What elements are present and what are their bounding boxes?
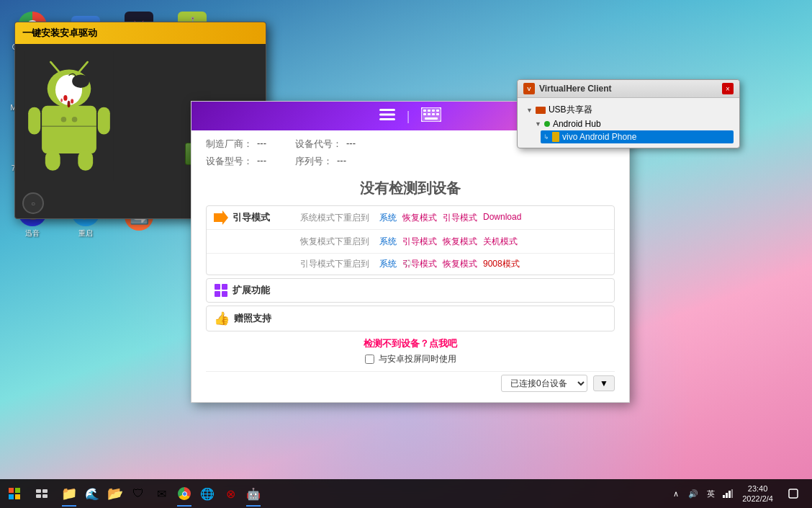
red-app-taskbar-icon: ⊗ — [223, 486, 238, 501]
taskbar-app-android[interactable]: 🤖 — [242, 479, 265, 508]
support-section: 👍 赠照支持 — [206, 306, 615, 331]
svg-rect-8 — [98, 107, 110, 135]
boot-mode-text: 引导模式 — [233, 211, 270, 224]
taskbar-app-mail[interactable]: ✉ — [150, 479, 173, 508]
device-select-dropdown[interactable]: 已连接0台设备 — [501, 375, 587, 392]
phone-arrow-icon: ↳ — [543, 133, 549, 141]
svg-rect-7 — [28, 107, 40, 135]
notification-button[interactable] — [780, 481, 806, 507]
device-code-value: --- — [346, 138, 356, 151]
svg-rect-28 — [423, 113, 426, 115]
start-button[interactable] — [0, 479, 29, 508]
taskbar-app-network[interactable]: 🌐 — [196, 479, 219, 508]
task-view-icon — [36, 489, 48, 498]
svg-rect-45 — [789, 489, 798, 498]
svg-rect-39 — [36, 494, 41, 498]
system-reboot-title: 系统模式下重启到 — [300, 212, 379, 224]
tray-expand-icon[interactable]: ∧ — [669, 486, 683, 501]
svg-rect-29 — [428, 113, 430, 115]
network-signal-icon — [723, 489, 733, 498]
hamburger-menu-icon[interactable] — [379, 109, 395, 124]
svg-point-19 — [68, 101, 71, 107]
ext-functions-section: 扩展功能 — [206, 278, 615, 303]
keyboard-icon[interactable] — [421, 107, 441, 125]
svg-rect-26 — [432, 110, 435, 112]
svg-rect-24 — [423, 110, 426, 112]
header-divider: | — [407, 109, 410, 124]
svg-rect-27 — [436, 110, 439, 112]
language-indicator[interactable]: 英 — [703, 486, 718, 501]
svg-rect-40 — [42, 494, 48, 498]
boot-mode-section: 引导模式 系统模式下重启到 系统 恢复模式 引导模式 Download 引导模式… — [206, 205, 615, 275]
hub-dot-icon — [544, 121, 550, 127]
taskbar-clock[interactable]: 23:40 2022/2/4 — [738, 482, 777, 506]
mail-taskbar-icon: ✉ — [154, 486, 168, 501]
boot-mode-label: 引导模式 — [214, 210, 300, 225]
svg-point-18 — [60, 99, 63, 102]
recovery-reboot-title: 恢复模式下重启到 — [300, 236, 379, 248]
system-link-system[interactable]: 系统 — [379, 212, 397, 224]
vh-tree-vivo-phone[interactable]: ↳ vivo Android Phone — [541, 130, 734, 143]
vh-logo-icon: V — [523, 83, 535, 94]
boot-row3-links: 系统 引导模式 恢复模式 9008模式 — [379, 258, 607, 270]
system-link-recovery[interactable]: 恢复模式 — [402, 212, 437, 224]
radio-icon: ○ — [22, 192, 44, 214]
recovery-link-recovery[interactable]: 恢复模式 — [443, 236, 477, 248]
system-link-boot[interactable]: 引导模式 — [443, 212, 477, 224]
serial-value: --- — [337, 155, 346, 168]
device-refresh-button[interactable]: ▼ — [593, 375, 615, 391]
taskbar-app-red[interactable]: ⊗ — [219, 479, 242, 508]
taskbar-app-files[interactable]: 📂 — [104, 479, 127, 508]
vh-tree-usb-shared[interactable]: ▼ USB共享器 — [523, 102, 734, 117]
support-label: 👍 赠照支持 — [214, 311, 300, 326]
svg-rect-38 — [42, 489, 48, 493]
ext-row: 扩展功能 — [207, 279, 614, 302]
boot-reboot-title: 引导模式下重启到 — [300, 258, 379, 270]
vh-body: ▼ USB共享器 ▼ Android Hub ↳ vivo Android Ph… — [518, 98, 739, 148]
device-model-label: 设备型号： — [206, 155, 253, 168]
taskbar-app-edge[interactable]: 🌊 — [81, 479, 104, 508]
explorer-taskbar-icon: 📁 — [62, 486, 76, 501]
svg-rect-37 — [36, 489, 41, 493]
device-select-row: 已连接0台设备 ▼ — [206, 371, 615, 395]
recovery-link-system[interactable]: 系统 — [379, 236, 397, 248]
phone-device-icon — [552, 132, 559, 142]
recovery-link-shutdown[interactable]: 关机模式 — [483, 236, 518, 248]
boot-link-system[interactable]: 系统 — [379, 258, 397, 270]
files-taskbar-icon: 📂 — [108, 486, 122, 501]
svg-rect-33 — [9, 488, 14, 493]
checkbox-label: 与安卓投屏同时使用 — [379, 353, 456, 365]
explorer-underline — [62, 505, 76, 507]
boot-link-recovery[interactable]: 恢复模式 — [443, 258, 477, 270]
airplay-checkbox[interactable] — [365, 355, 374, 364]
taskbar-app-chrome[interactable] — [173, 479, 196, 508]
main-app-content: 制造厂商： --- 设备代号： --- 设备型号： --- 序列号： --- 没… — [191, 130, 629, 402]
vh-close-button[interactable]: × — [722, 83, 734, 94]
svg-rect-31 — [436, 113, 439, 115]
task-view-button[interactable] — [29, 481, 55, 507]
boot-link-boot[interactable]: 引导模式 — [402, 258, 437, 270]
virtualhere-window: V VirtualHere Client × ▼ USB共享器 ▼ Androi… — [517, 79, 740, 148]
taskbar-running-apps: 📁 🌊 📂 🛡 ✉ 🌐 — [55, 479, 268, 508]
no-device-link[interactable]: 检测不到设备？点我吧 — [206, 337, 615, 350]
boot-link-9008[interactable]: 9008模式 — [483, 258, 520, 270]
svg-rect-43 — [728, 491, 731, 498]
chrome-underline — [177, 505, 191, 507]
svg-rect-36 — [15, 494, 20, 499]
vh-hub-label: Android Hub — [553, 119, 601, 129]
recovery-link-boot[interactable]: 引导模式 — [402, 236, 437, 248]
network-tray-icon[interactable] — [721, 486, 735, 501]
boot-row-bootloader: placeholder 引导模式下重启到 系统 引导模式 恢复模式 9008模式 — [207, 254, 614, 275]
system-link-download[interactable]: Download — [483, 212, 521, 224]
svg-rect-41 — [723, 495, 725, 498]
taskbar-app-security[interactable]: 🛡 — [127, 479, 150, 508]
serial-label: 序列号： — [295, 155, 333, 168]
taskbar-app-explorer[interactable]: 📁 — [58, 479, 81, 508]
ext-grid-icon — [214, 283, 228, 298]
edge-taskbar-icon: 🌊 — [85, 486, 99, 501]
device-model-value: --- — [257, 155, 266, 168]
vh-tree-android-hub[interactable]: ▼ Android Hub — [532, 117, 734, 130]
chrome-taskbar-icon — [177, 486, 191, 501]
volume-icon[interactable]: 🔊 — [686, 486, 700, 501]
qq-icon-label: 重启 — [78, 229, 93, 238]
